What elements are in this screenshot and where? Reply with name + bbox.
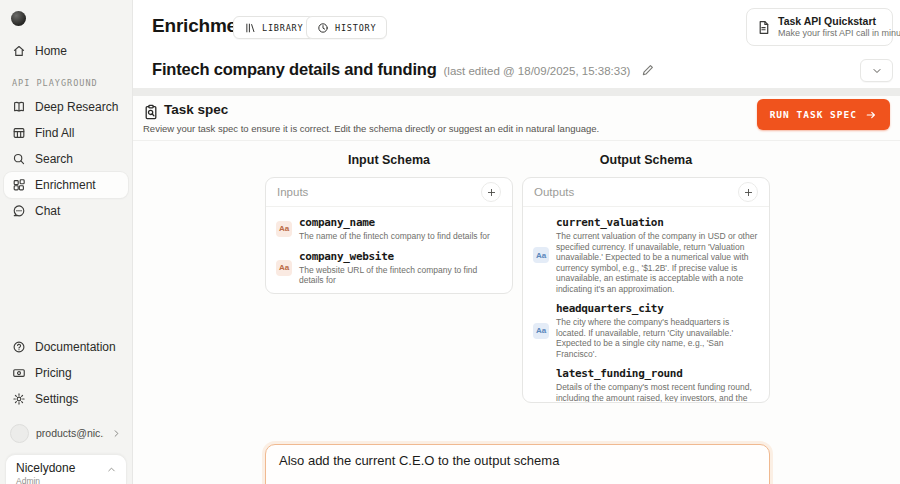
sidebar-item-documentation[interactable]: Documentation	[4, 334, 128, 360]
output-field-description: The current valuation of the company in …	[556, 231, 759, 294]
table-icon	[12, 126, 26, 140]
sidebar-item-label: Home	[35, 44, 67, 58]
task-api-quickstart-card[interactable]: Task API Quickstart Make your first API …	[746, 8, 893, 46]
collapse-section-button[interactable]	[860, 59, 893, 82]
sidebar-item-label: Deep Research	[35, 100, 118, 114]
output-schema-card: Outputs Aa current_valuation The current…	[522, 177, 770, 403]
sidebar-section-label: API PLAYGROUND	[0, 78, 132, 88]
add-input-field-button[interactable]	[481, 182, 501, 202]
history-button-label: HISTORY	[335, 23, 376, 33]
account-email: products@nic...	[36, 427, 104, 439]
sidebar-item-chat[interactable]: Chat	[4, 198, 128, 224]
plus-icon	[486, 187, 497, 198]
clipboard-search-icon	[143, 104, 159, 120]
help-circle-icon	[12, 340, 26, 354]
text-type-badge: Aa	[276, 260, 292, 276]
text-type-badge: Aa	[276, 221, 292, 237]
section-divider	[133, 88, 900, 96]
search-icon	[12, 152, 26, 166]
text-type-badge: Aa	[533, 247, 549, 263]
sidebar-item-label: Search	[35, 152, 73, 166]
task-spec-subtitle: Review your task spec to ensure it is co…	[143, 123, 599, 134]
sidebar-item-pricing[interactable]: Pricing	[4, 360, 128, 386]
enrichment-grid-icon	[12, 178, 26, 192]
inputs-card-header: Inputs	[266, 178, 512, 207]
account-avatar	[10, 424, 29, 443]
sidebar: Home API PLAYGROUND Deep Research Find A…	[0, 0, 133, 484]
history-button[interactable]: HISTORY	[306, 16, 387, 39]
main-area: Enrichment LIBRARY HISTORY Task API Quic…	[133, 0, 900, 484]
run-task-spec-label: RUN TASK SPEC	[770, 109, 857, 120]
sidebar-item-deep-research[interactable]: Deep Research	[4, 94, 128, 120]
sidebar-item-label: Documentation	[35, 340, 116, 354]
sidebar-item-find-all[interactable]: Find All	[4, 120, 128, 146]
org-card[interactable]: Nicelydone Admin	[5, 454, 127, 484]
task-title-row: Fintech company details and funding (las…	[152, 60, 655, 79]
input-field-description: The name of the fintech company to find …	[299, 231, 490, 242]
chat-bubble-icon	[12, 204, 26, 218]
input-field-row[interactable]: Aa company_website The website URL of th…	[266, 246, 512, 290]
sidebar-item-enrichment[interactable]: Enrichment	[4, 172, 128, 198]
sidebar-item-label: Settings	[35, 392, 78, 406]
library-button[interactable]: LIBRARY	[233, 16, 314, 39]
schema-edit-input[interactable]: Also add the current C.E.O to the output…	[265, 444, 770, 484]
banknote-icon	[12, 366, 26, 380]
run-task-spec-button[interactable]: RUN TASK SPEC	[757, 99, 890, 130]
output-field-description: The city where the company's headquarter…	[556, 317, 759, 359]
sidebar-item-home[interactable]: Home	[4, 38, 128, 64]
sidebar-item-label: Enrichment	[35, 178, 96, 192]
library-icon	[244, 22, 256, 34]
task-spec-header: Task spec Review your task spec to ensur…	[133, 96, 900, 141]
sidebar-item-settings[interactable]: Settings	[4, 386, 128, 412]
output-field-description: Details of the company's most recent fun…	[556, 382, 759, 403]
sidebar-spacer	[0, 224, 132, 334]
output-field-row[interactable]: Aa headquarters_city The city where the …	[523, 298, 769, 363]
quickstart-subtitle: Make your first API call in minutes	[778, 28, 900, 40]
sidebar-item-label: Pricing	[35, 366, 72, 380]
output-field-name: latest_funding_round	[556, 367, 759, 380]
input-schema-heading: Input Schema	[265, 153, 513, 167]
quickstart-title: Task API Quickstart	[778, 15, 900, 28]
output-field-row[interactable]: Aa latest_funding_round Details of the c…	[523, 363, 769, 403]
task-name: Fintech company details and funding	[152, 60, 437, 79]
quickstart-text: Task API Quickstart Make your first API …	[778, 15, 900, 40]
inputs-card-title: Inputs	[277, 186, 308, 198]
task-spec-title: Task spec	[164, 102, 228, 117]
document-icon	[756, 20, 771, 35]
text-type-badge: Aa	[533, 323, 549, 339]
task-spec-panel: Task spec Review your task spec to ensur…	[133, 96, 900, 484]
input-schema-card: Inputs Aa company_name The name of the f…	[265, 177, 513, 294]
schema-edit-input-value: Also add the current C.E.O to the output…	[279, 453, 756, 468]
outputs-card-header: Outputs	[523, 178, 769, 207]
input-field-row[interactable]: Aa company_name The name of the fintech …	[266, 212, 512, 246]
outputs-card-title: Outputs	[534, 186, 574, 198]
input-field-description: The website URL of the fintech company t…	[299, 265, 502, 286]
chevron-right-icon	[111, 428, 122, 439]
input-field-name: company_website	[299, 250, 502, 263]
clock-icon	[317, 22, 329, 34]
sidebar-item-label: Find All	[35, 126, 74, 140]
gear-icon	[12, 392, 26, 406]
output-field-name: current_valuation	[556, 216, 759, 229]
pencil-edit-icon[interactable]	[641, 63, 655, 77]
chevron-up-icon	[106, 464, 117, 475]
org-role: Admin	[16, 476, 116, 484]
org-name: Nicelydone	[16, 461, 116, 475]
add-output-field-button[interactable]	[738, 182, 758, 202]
output-field-row[interactable]: Aa current_valuation The current valuati…	[523, 212, 769, 298]
account-switcher[interactable]: products@nic...	[6, 420, 126, 446]
app-logo	[11, 11, 26, 26]
output-field-name: headquarters_city	[556, 302, 759, 315]
plus-icon	[743, 187, 754, 198]
chevron-down-icon	[871, 65, 883, 77]
sidebar-item-search[interactable]: Search	[4, 146, 128, 172]
last-edited-timestamp: (last edited @ 18/09/2025, 15:38:33)	[444, 65, 631, 77]
book-open-icon	[12, 100, 26, 114]
input-field-name: company_name	[299, 216, 490, 229]
library-button-label: LIBRARY	[262, 23, 303, 33]
home-icon	[12, 44, 26, 58]
outputs-list: Aa current_valuation The current valuati…	[523, 207, 769, 403]
output-schema-heading: Output Schema	[522, 153, 770, 167]
arrow-right-icon	[865, 109, 877, 121]
inputs-list: Aa company_name The name of the fintech …	[266, 207, 512, 294]
